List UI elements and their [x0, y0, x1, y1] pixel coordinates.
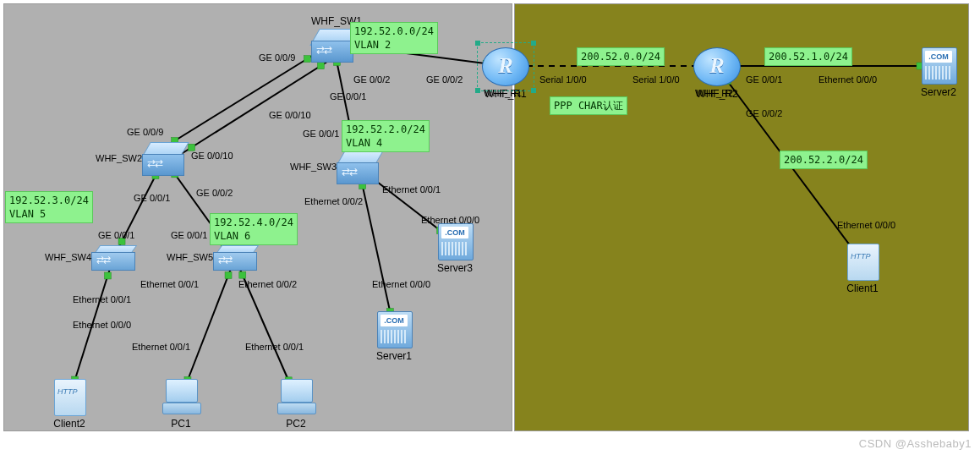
network-label: PPP CHAR认证: [550, 96, 627, 115]
device-label: WHF_SW3: [290, 162, 337, 172]
device-label: PC1: [162, 418, 200, 430]
interface-label: GE 0/0/2: [196, 188, 233, 198]
device-WHF_SW2[interactable]: ⇄⇄: [142, 142, 186, 176]
link-sw1-sw2b[interactable]: [176, 56, 337, 157]
interface-label: GE 0/0/1: [303, 129, 339, 139]
interface-label: Ethernet 0/0/0: [818, 74, 877, 85]
interface-label: GE 0/0/9: [127, 127, 163, 137]
interface-label: Ethernet 0/0/0: [837, 220, 895, 230]
interface-label: GE 0/0/1: [171, 230, 207, 240]
interface-label: Ethernet 0/0/0: [421, 215, 479, 225]
interface-label: Ethernet 0/0/1: [382, 184, 441, 195]
device-Client2[interactable]: HTTPClient2: [52, 379, 86, 430]
svg-rect-20: [239, 271, 246, 278]
link-sw1-sw2a[interactable]: [159, 49, 323, 151]
device-Server1[interactable]: .COMServer1: [375, 311, 413, 362]
interface-label: GE 0/0/1: [330, 91, 366, 101]
network-label: 192.52.3.0/24VLAN 5: [5, 191, 93, 223]
network-label: 192.52.2.0/24VLAN 4: [342, 120, 430, 152]
interface-label: Ethernet 0/0/2: [304, 196, 363, 206]
device-label: Server1: [375, 350, 413, 362]
interface-label: GE 0/0/9: [259, 52, 295, 63]
interface-label: Ethernet 0/0/1: [73, 294, 131, 304]
network-label: 200.52.0.0/24: [577, 47, 665, 66]
interface-label: Ethernet 0/0/0: [73, 320, 131, 330]
device-Client1[interactable]: HTTPClient1: [846, 244, 879, 294]
interface-label: GE 0/0/1: [134, 193, 170, 203]
interface-label: Serial 1/0/0: [632, 74, 680, 85]
interface-label: Ethernet 0/0/1: [132, 342, 190, 352]
device-PC2[interactable]: PC2: [277, 379, 315, 430]
interface-label: GE 0/0/1: [746, 74, 782, 85]
network-label: 200.52.1.0/24: [764, 47, 852, 66]
interface-label: Ethernet 0/0/1: [140, 279, 199, 289]
device-Server2[interactable]: .COMServer2: [920, 47, 957, 98]
device-WHF_SW4[interactable]: ⇄⇄: [91, 245, 135, 271]
device-label: WHF_SW5: [167, 252, 213, 262]
svg-rect-2: [304, 56, 310, 63]
topology-canvas[interactable]: WHF_SW1⇄⇄⇄⇄WHF_SW2⇄⇄WHF_SW3⇄⇄WHF_SW4⇄⇄WH…: [0, 0, 980, 455]
interface-label: Ethernet 0/0/1: [245, 342, 304, 352]
interface-label: GE 0/0/2: [353, 74, 390, 85]
device-Server3[interactable]: .COMServer3: [436, 223, 474, 274]
network-label: 192.52.4.0/24VLAN 6: [210, 213, 298, 245]
interface-label: GE 0/0/2: [746, 108, 782, 118]
network-label: 200.52.2.0/24: [780, 151, 868, 169]
device-label: Server2: [920, 86, 957, 98]
interface-label: GE 0/0/2: [426, 74, 463, 85]
device-WHF_SW5[interactable]: ⇄⇄: [213, 245, 257, 271]
svg-rect-16: [104, 272, 111, 279]
device-label: PC2: [277, 418, 315, 430]
interface-label: GE 0/0/1: [98, 230, 134, 240]
interface-label: Ethernet 0/0/2: [238, 279, 297, 289]
device-label: Server3: [436, 262, 474, 274]
interface-label: GE 0/0/10: [269, 110, 311, 120]
watermark: CSDN @Asshebaby1: [859, 437, 972, 450]
device-label: WHF_SW2: [96, 153, 142, 163]
device-PC1[interactable]: PC1: [162, 379, 200, 430]
svg-rect-4: [317, 63, 324, 69]
device-label: Client2: [52, 418, 86, 430]
device-label: WHF_SW4: [45, 252, 91, 262]
interface-label: Ethernet 0/0/0: [372, 279, 430, 289]
svg-rect-18: [225, 272, 232, 279]
interface-label: GE 0/0/10: [191, 151, 233, 161]
device-label: WHF_R1: [484, 88, 522, 98]
device-label: Client1: [846, 282, 879, 294]
interface-label: Serial 1/0/0: [539, 74, 587, 85]
device-WHF_SW3[interactable]: ⇄⇄: [337, 151, 381, 184]
network-label: 192.52.0.0/24VLAN 2: [350, 22, 438, 54]
device-label: WHF_R2: [695, 88, 733, 98]
